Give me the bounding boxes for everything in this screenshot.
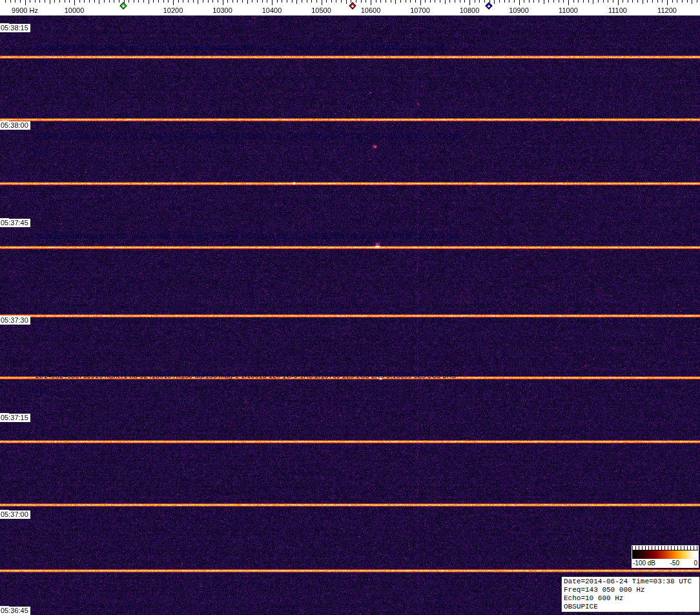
observation-info-box: Date=2014-06-24 Time=03:38 UTC Freq=143 … [561, 576, 700, 612]
blue-marker-center [487, 5, 489, 7]
time-label: 05:36:45 [0, 607, 30, 615]
red-marker-center [351, 5, 354, 7]
info-date-line: Date=2014-06-24 Time=03:38 UTC [564, 578, 697, 586]
legend-mid-label: -50 [670, 559, 679, 567]
detection-text: 20140624033718916 hCnt71 nb-92 f10613 hi… [36, 372, 456, 379]
legend-gradient-bar [632, 550, 698, 559]
color-scale-legend: -100 dB -50 0 [632, 545, 699, 568]
meteor-spectrogram-app: 05:38:1505:38:0005:37:4505:37:3005:37:15… [0, 0, 700, 615]
time-label: 05:37:45 [0, 219, 30, 227]
legend-min-label: -100 dB [633, 559, 655, 567]
time-label: 05:38:15 [0, 24, 30, 32]
time-label: 05:37:15 [0, 414, 30, 422]
detection-text: 20140624033756016 hCnt73 nb-91 f10607 hi… [36, 132, 460, 140]
time-label: 05:37:30 [0, 316, 30, 325]
legend-labels: -100 dB -50 0 [632, 559, 698, 567]
legend-max-label: 0 [694, 559, 697, 567]
detection-text: 20140624033740416 hCnt72 nb-89 f10606 hi… [36, 232, 460, 240]
detection-text: 20140624033809916 hCnt74 nb-72 f10871 hi… [36, 43, 446, 51]
green-marker-center [121, 5, 124, 7]
time-label: 05:38:00 [0, 121, 30, 130]
waterfall-spectrogram [0, 15, 700, 615]
detection-time-tag: ^t+40 [30, 248, 47, 256]
legend-tick-ruler [632, 546, 698, 550]
detection-time-tag: ^t+56 [30, 147, 47, 155]
detection-time-tag: ^t+18 [30, 387, 47, 394]
frequency-ruler [0, 0, 700, 15]
info-freq-line: Freq=143 050 000 Hz [564, 586, 697, 594]
info-echo-line: Echo=10 600 Hz [564, 594, 697, 603]
detection-time-tag: ^t+09 [30, 57, 47, 65]
time-label: 05:37:00 [0, 510, 30, 519]
info-station-line: OBSUPICE [564, 603, 697, 611]
